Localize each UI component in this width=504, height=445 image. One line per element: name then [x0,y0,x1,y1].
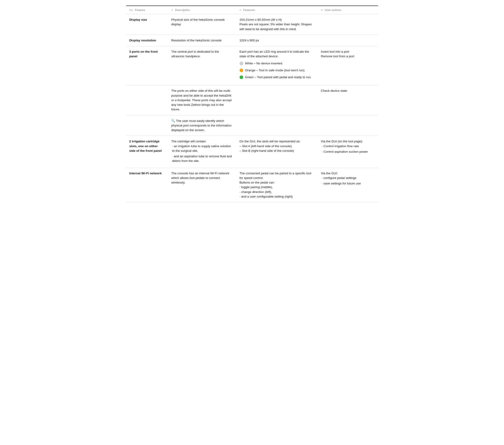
features-col-label: Features [243,8,255,12]
cell-description-6: The console has an internal Wi-Fi networ… [168,168,236,202]
cell-actions-5: Via the GUI (on the tool page):Control i… [318,136,378,168]
led-item: Green – Tool paired with pedal and ready… [240,75,315,80]
cell-features-5: On the GUI, the slots will be represente… [236,136,318,168]
list-item: Control aspiration suction power [322,150,375,154]
led-intro: Each port has an LED ring around it to i… [240,50,315,59]
led-dot-white [240,62,243,65]
cell-features-4 [236,115,318,136]
cell-description-2: The central port is dedicated to the ult… [168,46,236,85]
actions-col-icon: ≡ [321,8,323,12]
col-header-feature: Aa Feature [126,6,168,14]
cell-feature-0: Display size [126,14,168,35]
actions-list: configure pedal settingssave settings fo… [321,176,375,186]
table-row: The ports on either side of this will be… [126,85,378,115]
led-dot-orange [240,68,243,72]
list-item: configure pedal settings [322,176,375,180]
cell-description-4: 🔍 The user must easily identify which ph… [168,115,236,136]
cell-features-0: 154.21mm x 85.92mm (W x H) Pixels are no… [236,14,318,35]
cell-feature-5: 2 irrigation cartridge slots, one on eit… [126,136,168,168]
col-header-description: ≡ Description [168,6,236,14]
cell-feature-2: 3 ports on the front panel [126,46,168,85]
cell-features-1: 1024 x 600 px [236,35,318,46]
note-icon: 🔍 [171,119,176,122]
page-title [126,0,378,6]
cell-actions-3: Check device state [318,85,378,115]
actions-list: Control irrigation flow rateControl aspi… [321,144,375,154]
cell-feature-3 [126,85,168,115]
led-item: White – No device inserted. [240,61,315,66]
led-item: Orange – Tool in safe mode (tool won't r… [240,68,315,73]
features-col-icon: ≡ [240,8,241,12]
actions-col-label: User actions [324,8,341,12]
table-row: 3 ports on the front panelThe central po… [126,46,378,85]
list-item: save settings for future use [322,181,375,186]
table-row: Display sizePhysical size of the hekaSon… [126,14,378,35]
actions-intro: Via the GUI: [321,171,375,176]
cell-features-6: The connected pedal can be paired to a s… [236,168,318,202]
page-wrapper: Aa Feature ≡ Description ≡ Features ≡ Us… [126,0,378,202]
cell-features-2: Each port has an LED ring around it to i… [236,46,318,85]
list-item: Control irrigation flow rate [322,144,375,149]
cell-description-0: Physical size of the hekaSonic console d… [168,14,236,35]
description-col-icon: ≡ [171,8,173,12]
led-text: Orange – Tool in safe mode (tool won't r… [245,68,306,73]
col-header-actions: ≡ User actions [318,6,378,14]
cell-actions-4 [318,115,378,136]
note-text: The user must easily identify which phys… [171,119,232,132]
cell-feature-6: Internal Wi-Fi network [126,168,168,202]
cell-features-3 [236,85,318,115]
features-table: Aa Feature ≡ Description ≡ Features ≡ Us… [126,6,378,202]
table-body: Display sizePhysical size of the hekaSon… [126,14,378,202]
table-row: Display resolutionResolution of the heka… [126,35,378,46]
table-row: Internal Wi-Fi networkThe console has an… [126,168,378,202]
description-list: an irrigation tube to supply saline solu… [171,144,233,164]
cell-actions-0 [318,14,378,35]
cell-description-1: Resolution of the hekaSonic console [168,35,236,46]
cell-feature-4 [126,115,168,136]
list-item: an irrigation tube to supply saline solu… [172,144,233,154]
description-col-label: Description [175,8,190,12]
col-header-features: ≡ Features [236,6,318,14]
cell-description-3: The ports on either side of this will be… [168,85,236,115]
table-row: 🔍 The user must easily identify which ph… [126,115,378,136]
feature-col-icon: Aa [129,8,133,12]
description-intro: The cartridge will contain: [171,139,233,144]
feature-col-label: Feature [135,8,145,12]
led-text: White – No device inserted. [245,61,283,66]
cell-feature-1: Display resolution [126,35,168,46]
cell-actions-1 [318,35,378,46]
cell-actions-2: Insert tool into a port Remove tool from… [318,46,378,85]
led-dot-green [240,75,243,79]
list-item: and an aspiration tube to remove fluid a… [172,154,233,164]
table-header-row: Aa Feature ≡ Description ≡ Features ≡ Us… [126,6,378,14]
cell-actions-6: Via the GUI:configure pedal settingssave… [318,168,378,202]
led-text: Green – Tool paired with pedal and ready… [245,75,312,80]
cell-description-5: The cartridge will contain:an irrigation… [168,136,236,168]
table-row: 2 irrigation cartridge slots, one on eit… [126,136,378,168]
actions-intro: Via the GUI (on the tool page): [321,139,375,144]
